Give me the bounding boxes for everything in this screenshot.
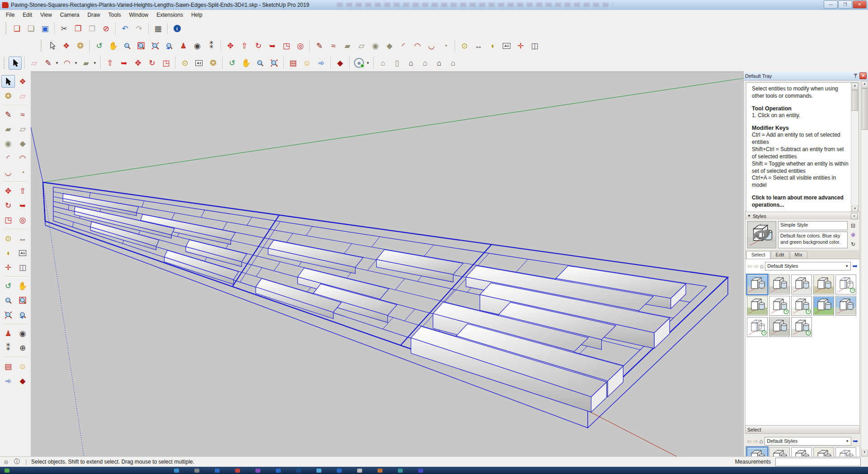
tool-pan[interactable]: ✋ (107, 39, 120, 52)
tool-zoom-extents[interactable] (1, 308, 15, 321)
tool-line[interactable]: ✎ (1, 108, 15, 121)
tool-sign-in[interactable]: ☻ (353, 57, 366, 70)
advanced-operations-link[interactable]: Click to learn about more advanced opera… (752, 194, 849, 209)
tool-send-to-layout[interactable]: ➾ (1, 374, 15, 387)
tool-arc[interactable]: ◜ (1, 152, 15, 164)
tool-tape-measure[interactable]: ⊙ (1, 232, 15, 245)
tool-paste[interactable]: ❒ (85, 22, 99, 35)
tool-circle[interactable]: ◉ (369, 39, 382, 52)
tool-pan[interactable]: ✋ (240, 57, 253, 70)
tool-print[interactable]: ▦ (151, 22, 165, 35)
style-thumbnail[interactable] (747, 275, 768, 294)
style-thumbnail[interactable] (791, 317, 812, 337)
collapse-arrow-icon[interactable]: ▼ (747, 214, 751, 218)
tool-rotate[interactable]: ↻ (252, 39, 265, 52)
tool-view-right[interactable]: ⌂ (419, 57, 432, 70)
tool-move[interactable]: ✥ (224, 39, 237, 52)
tool-redo[interactable]: ↷ (132, 22, 146, 35)
tool-walk[interactable]: ⁑ (205, 39, 218, 52)
tool-paint-bucket[interactable]: ❂ (207, 57, 220, 70)
style-thumbnail[interactable] (769, 296, 790, 316)
taskbar-app-icon[interactable] (357, 469, 362, 473)
tool-follow-me[interactable]: ➥ (16, 199, 29, 212)
windows-taskbar[interactable] (0, 467, 868, 474)
details-icon[interactable]: ➥ (852, 262, 858, 270)
tool-offset[interactable]: ◎ (16, 213, 29, 226)
taskbar-app-icon[interactable] (296, 469, 301, 473)
style-thumbnail[interactable] (813, 296, 834, 316)
styles-close-icon[interactable]: ✕ (851, 213, 858, 219)
tool-select[interactable] (46, 39, 59, 52)
update-style-icon[interactable]: ↻ (849, 241, 857, 247)
tab-mix[interactable]: Mix (790, 251, 807, 259)
tool-new[interactable]: ❑ (10, 22, 24, 35)
tool-zoom[interactable] (1, 294, 15, 307)
taskbar-app-icon[interactable] (235, 469, 240, 473)
tool-open[interactable]: ❏ (24, 22, 38, 35)
tool-section-plane[interactable]: ◫ (16, 261, 29, 274)
tool-position-camera[interactable]: ♟ (1, 327, 15, 340)
tool-undo[interactable]: ↶ (118, 22, 132, 35)
3d-viewport-canvas[interactable] (31, 72, 744, 457)
tool-axes[interactable]: ✛ (1, 261, 15, 274)
maximize-button[interactable]: ❐ (838, 0, 852, 9)
tool-freehand[interactable]: ≈ (16, 108, 29, 121)
back-arrow-icon[interactable]: ⇦ (747, 438, 752, 445)
tool-tape-measure[interactable]: ⊙ (179, 57, 192, 70)
minimize-button[interactable]: — (824, 0, 838, 9)
taskbar-app-icon[interactable] (5, 469, 9, 473)
tool-polygon[interactable]: ◆ (16, 137, 29, 150)
tool-make-component[interactable]: ❖ (16, 75, 29, 88)
tool-cut[interactable]: ✂ (57, 22, 71, 35)
taskbar-app-icon[interactable] (337, 469, 342, 473)
menu-extensions[interactable]: Extensions (152, 10, 187, 19)
tool-offset[interactable]: ◎ (294, 39, 307, 52)
menu-view[interactable]: View (36, 10, 56, 19)
style-thumbnail[interactable] (769, 275, 790, 294)
tool-freehand[interactable]: ≈ (327, 39, 340, 52)
tool-rectangle[interactable]: ▰ (341, 39, 354, 52)
tool-pie[interactable]: ◔ (439, 39, 452, 52)
tool-view-iso[interactable]: ⌂ (377, 57, 390, 70)
style-thumbnail[interactable] (813, 275, 834, 294)
tool-style-builder[interactable]: ☺ (301, 57, 314, 70)
taskbar-app-icon[interactable] (316, 469, 321, 473)
geolocation-icon[interactable]: ⊚ (4, 459, 9, 465)
styles-collection-dropdown[interactable]: Default Styles ▼ (765, 262, 851, 270)
close-button[interactable]: ✕ (853, 0, 867, 9)
line-dropdown-icon[interactable]: ▼ (55, 61, 59, 65)
tool-extension-warehouse[interactable]: ◆ (334, 57, 347, 70)
tool-zoom[interactable] (121, 39, 134, 52)
tool-text[interactable]: A1 (500, 39, 513, 52)
scroll-up-icon[interactable]: ▲ (852, 83, 858, 90)
tool-erase[interactable]: ⊘ (99, 22, 113, 35)
tool-extension-warehouse[interactable]: ◆ (16, 374, 29, 387)
tool-protractor[interactable]: ◖ (486, 39, 499, 52)
tool-model-info[interactable]: i (170, 22, 184, 35)
tool-scale[interactable]: ◳ (1, 213, 15, 226)
tool-make-component[interactable]: ❖ (60, 39, 73, 52)
tool-push-pull[interactable]: ⇧ (104, 57, 117, 70)
tool-zoom-window[interactable] (16, 294, 29, 307)
tool-look-around[interactable]: ◉ (191, 39, 204, 52)
tab-edit[interactable]: Edit (771, 251, 789, 259)
tool-rectangle[interactable]: ▰ (1, 123, 15, 135)
tool-two-point-arc[interactable]: ◠ (16, 152, 29, 164)
tool-text[interactable]: A1 (16, 246, 29, 259)
tool-style-builder[interactable]: ☺ (16, 360, 29, 373)
tool-save[interactable]: ▣ (38, 22, 52, 35)
tool-line[interactable]: ✎ (42, 57, 55, 70)
tool-circle[interactable]: ◉ (1, 137, 15, 150)
tool-position-camera[interactable]: ♟ (177, 39, 190, 52)
tool-zoom-previous[interactable] (163, 39, 176, 52)
tool-zoom[interactable] (254, 57, 267, 70)
tool-orbit[interactable]: ↺ (1, 280, 15, 292)
tool-layout[interactable]: ▤ (287, 57, 300, 70)
tool-two-point-arc[interactable]: ◠ (411, 39, 424, 52)
tool-section-plane[interactable]: ◫ (528, 39, 541, 52)
tool-protractor[interactable]: ◖ (1, 246, 15, 259)
forward-arrow-icon[interactable]: ⇨ (754, 263, 759, 270)
tool-move[interactable]: ✥ (1, 185, 15, 197)
tool-orbit[interactable]: ↺ (226, 57, 239, 70)
menu-file[interactable]: File (2, 10, 19, 19)
